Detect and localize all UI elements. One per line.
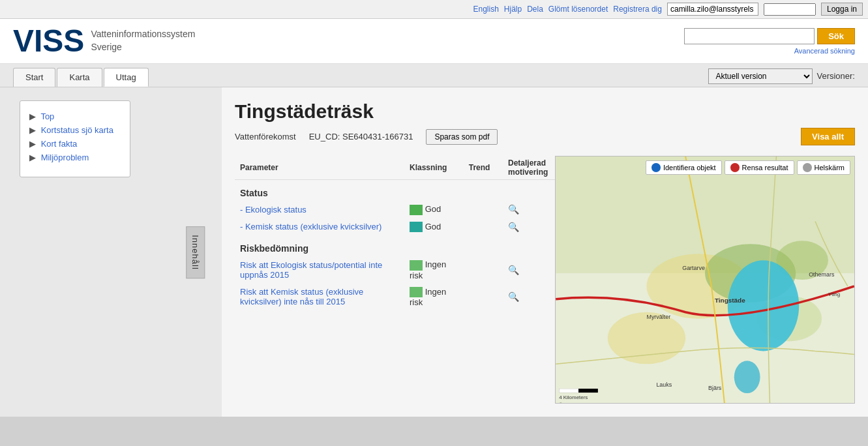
- visa-allt-button[interactable]: Visa allt: [801, 128, 855, 145]
- magnify-icon-4[interactable]: 🔍: [508, 291, 519, 302]
- sidebar-item-kortfakta[interactable]: ▶ Kort fakta: [29, 139, 121, 149]
- topbar-english[interactable]: English: [473, 5, 498, 14]
- versioner-label: Versioner:: [816, 71, 855, 81]
- sidebar-link-kortstatus[interactable]: Kortstatus sjö karta: [41, 125, 113, 135]
- subtitle-line2: Sverige: [91, 41, 195, 54]
- topbar-username[interactable]: [667, 3, 758, 16]
- status-color-1: [410, 205, 423, 215]
- data-table: Parameter Klassning Trend Detaljerad mot…: [235, 156, 555, 404]
- water-info: Vattenförekomst EU_CD: SE640431-166731 S…: [235, 128, 855, 145]
- risk-kemisk-link[interactable]: Risk att Kemisk status (exklusive kvicks…: [240, 287, 363, 306]
- tab-uttag[interactable]: Uttag: [104, 68, 149, 87]
- status-label-1: God: [425, 204, 441, 214]
- svg-text:Yting: Yting: [828, 291, 840, 297]
- svg-text:© Lantmäteriet, SMHI, NVDB, ES: © Lantmäteriet, SMHI, NVDB, ESRI Inc.: [559, 402, 639, 403]
- sidebar-link-kortfakta[interactable]: Kort fakta: [41, 139, 78, 149]
- trend-1: [464, 201, 503, 218]
- logo-area: VISS Vatteninformationssystem Sverige: [13, 25, 195, 57]
- content: Tingstädeträsk Vattenförekomst EU_CD: SE…: [222, 87, 868, 417]
- water-info-left: Vattenförekomst EU_CD: SE640431-166731 S…: [235, 129, 498, 145]
- col-parameter: Parameter: [235, 156, 404, 180]
- logo-viss: VISS: [13, 25, 84, 57]
- tabs-left: Start Karta Uttag: [13, 68, 149, 87]
- section-status-row: Status: [235, 180, 555, 201]
- section-status-label: Status: [235, 180, 555, 201]
- topbar-hjalp[interactable]: Hjälp: [504, 5, 522, 14]
- logo-subtitle: Vatteninformationssystem Sverige: [91, 28, 195, 53]
- inhall-label: Innehåll: [187, 226, 205, 278]
- map-svg: Gartarve Tingstäde Myrvälter Othemars Yt…: [556, 156, 854, 403]
- version-area: Aktuell version Versioner:: [708, 68, 855, 84]
- map-toolbar: Identifiera objekt Rensa resultat Helskä…: [646, 160, 850, 175]
- section-risk-label: Riskbedömning: [235, 235, 555, 256]
- col-trend: Trend: [464, 156, 503, 180]
- search-input[interactable]: [684, 28, 815, 44]
- clear-icon: [730, 163, 740, 172]
- tab-karta[interactable]: Karta: [57, 68, 102, 87]
- sidebar-link-miljoproblem[interactable]: Miljöproblem: [41, 153, 89, 162]
- svg-rect-17: [559, 389, 578, 393]
- main-layout: ▶ Top ▶ Kortstatus sjö karta ▶ Kort fakt…: [0, 87, 868, 417]
- svg-text:Lauks: Lauks: [656, 381, 672, 388]
- tab-start[interactable]: Start: [13, 68, 55, 87]
- map-container: Identifiera objekt Rensa resultat Helskä…: [555, 156, 855, 404]
- status-color-2: [410, 222, 423, 232]
- topbar: English Hjälp Dela Glömt lösenordet Regi…: [0, 0, 868, 19]
- identify-icon: [651, 163, 661, 172]
- svg-text:4 Kilometers: 4 Kilometers: [559, 394, 588, 400]
- topbar-register[interactable]: Registrera dig: [613, 5, 662, 14]
- page-title: Tingstädeträsk: [235, 100, 855, 123]
- search-area: Sök Avancerad sökning: [684, 28, 855, 55]
- status-table: Parameter Klassning Trend Detaljerad mot…: [235, 156, 555, 310]
- status-color-4: [410, 287, 423, 297]
- magnify-icon-2[interactable]: 🔍: [508, 222, 519, 232]
- svg-point-8: [734, 361, 760, 393]
- fullscreen-icon: [803, 163, 812, 172]
- status-label-2: God: [425, 222, 441, 231]
- sidebar-item-top[interactable]: ▶ Top: [29, 112, 121, 121]
- table-row: - Kemisk status (exklusive kvicksilver) …: [235, 218, 555, 236]
- topbar-dela[interactable]: Dela: [527, 5, 543, 14]
- map-area: Identifiera objekt Rensa resultat Helskä…: [555, 156, 855, 404]
- eu-cd: EU_CD: SE640431-166731: [309, 132, 413, 141]
- trend-3: [464, 256, 503, 284]
- clear-btn[interactable]: Rensa resultat: [725, 160, 794, 175]
- sidebar-nav: ▶ Top ▶ Kortstatus sjö karta ▶ Kort fakt…: [29, 112, 121, 162]
- kemisk-link[interactable]: - Kemisk status (exklusive kvicksilver): [240, 222, 382, 231]
- search-button[interactable]: Sök: [817, 28, 855, 44]
- section-risk-row: Riskbedömning: [235, 235, 555, 256]
- sidebar-item-miljoproblem[interactable]: ▶ Miljöproblem: [29, 153, 121, 162]
- nav-tabs: Start Karta Uttag Aktuell version Versio…: [0, 64, 868, 87]
- magnify-icon-1[interactable]: 🔍: [508, 204, 519, 215]
- topbar-forgot[interactable]: Glömt lösenordet: [548, 5, 608, 14]
- version-select[interactable]: Aktuell version: [708, 68, 813, 84]
- topbar-login-btn[interactable]: Logga in: [821, 3, 863, 16]
- vattenforekomst-label: Vattenförekomst: [235, 132, 296, 141]
- sidebar-item-kortstatus[interactable]: ▶ Kortstatus sjö karta: [29, 125, 121, 135]
- table-row: Risk att Kemisk status (exklusive kvicks…: [235, 284, 555, 311]
- svg-text:Bjärs: Bjärs: [708, 385, 722, 391]
- sidebar-link-top[interactable]: Top: [40, 112, 54, 121]
- sidebar-box: ▶ Top ▶ Kortstatus sjö karta ▶ Kort fakt…: [20, 100, 130, 177]
- topbar-password[interactable]: [764, 3, 816, 16]
- advanced-search-link[interactable]: Avancerad sökning: [794, 47, 855, 55]
- magnify-icon-3[interactable]: 🔍: [508, 265, 519, 275]
- header: VISS Vatteninformationssystem Sverige Sö…: [0, 19, 868, 64]
- table-row: Risk att Ekologisk status/potential inte…: [235, 256, 555, 284]
- fullscreen-btn[interactable]: Helskärm: [797, 160, 850, 175]
- svg-text:Tingstäde: Tingstäde: [715, 297, 745, 304]
- svg-text:Gartarve: Gartarve: [682, 265, 705, 271]
- table-row: - Ekologisk status God 🔍: [235, 201, 555, 218]
- pdf-button[interactable]: Sparas som pdf: [426, 129, 498, 145]
- identify-btn[interactable]: Identifiera objekt: [646, 160, 722, 175]
- status-color-3: [410, 260, 423, 271]
- svg-text:Myrvälter: Myrvälter: [646, 314, 670, 320]
- trend-4: [464, 284, 503, 311]
- risk-ekologisk-link[interactable]: Risk att Ekologisk status/potential inte…: [240, 260, 382, 280]
- ekologisk-link[interactable]: - Ekologisk status: [240, 205, 307, 215]
- trend-2: [464, 218, 503, 236]
- svg-text:Othemars: Othemars: [809, 271, 835, 278]
- col-detaljerad: Detaljerad motivering: [503, 156, 555, 180]
- sidebar: ▶ Top ▶ Kortstatus sjö karta ▶ Kort fakt…: [0, 87, 222, 417]
- col-klassning: Klassning: [404, 156, 464, 180]
